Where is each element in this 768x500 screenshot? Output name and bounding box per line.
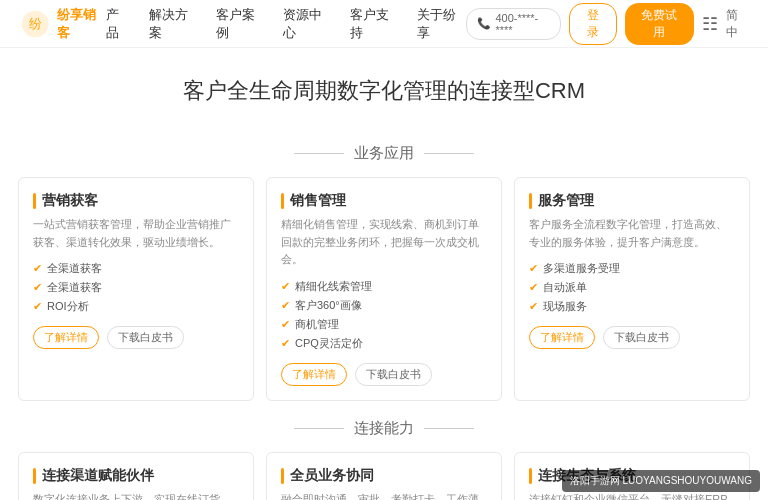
whitepaper-button[interactable]: 下载白皮书 (107, 326, 184, 349)
check-icon: ✔ (281, 299, 290, 312)
whitepaper-button[interactable]: 下载白皮书 (603, 326, 680, 349)
feature-text: 全渠道获客 (47, 261, 102, 276)
nav-item-support[interactable]: 客户支持 (350, 6, 399, 42)
navbar: 纷 纷享销客 产品 解决方案 客户案例 资源中心 客户支持 关于纷享 📞 400… (0, 0, 768, 48)
qr-icon[interactable]: ☷ (702, 13, 718, 35)
nav-item-product[interactable]: 产品 (106, 6, 131, 42)
feature-item: ✔ 商机管理 (281, 315, 487, 334)
nav-item-solution[interactable]: 解决方案 (149, 6, 198, 42)
detail-button[interactable]: 了解详情 (529, 326, 595, 349)
card-bar (281, 468, 284, 484)
check-icon: ✔ (33, 262, 42, 275)
check-icon: ✔ (281, 337, 290, 350)
svg-text:纷: 纷 (29, 15, 42, 30)
card-collaboration: 全员业务协同 融合即时沟通、审批、考勤打卡、工作薄等一站式办公管理，打造极致高效… (266, 452, 502, 500)
feature-item: ✔ 客户360°画像 (281, 296, 487, 315)
section-business-label: 业务应用 (354, 144, 414, 163)
nav-item-resources[interactable]: 资源中心 (283, 6, 332, 42)
card-sales: 销售管理 精细化销售管理，实现线索、商机到订单回款的完整业务闭环，把握每一次成交… (266, 177, 502, 401)
nav-right: 📞 400-****-**** 登录 免费试用 ☷ 简中 (466, 3, 748, 45)
nav-links: 产品 解决方案 客户案例 资源中心 客户支持 关于纷享 (106, 6, 466, 42)
card-features: ✔ 多渠道服务受理 ✔ 自动派单 ✔ 现场服务 (529, 259, 735, 316)
lang-text[interactable]: 简中 (726, 7, 748, 41)
card-channel: 连接渠道赋能伙伴 数字化连接业务上下游，实现在线订货、客户报备、销售预测等全流程… (18, 452, 254, 500)
connect-cards-grid: 连接渠道赋能伙伴 数字化连接业务上下游，实现在线订货、客户报备、销售预测等全流程… (0, 452, 768, 500)
nav-item-about[interactable]: 关于纷享 (417, 6, 466, 42)
card-header: 销售管理 (281, 192, 487, 210)
feature-text: 商机管理 (295, 317, 339, 332)
nav-item-cases[interactable]: 客户案例 (216, 6, 265, 42)
feature-text: 精细化线索管理 (295, 279, 372, 294)
card-header: 营销获客 (33, 192, 239, 210)
business-cards-grid: 营销获客 一站式营销获客管理，帮助企业营销推广获客、渠道转化效果，驱动业绩增长。… (0, 177, 768, 411)
card-service: 服务管理 客户服务全流程数字化管理，打造高效、专业的服务体验，提升客户满意度。 … (514, 177, 750, 401)
feature-item: ✔ 全渠道获客 (33, 278, 239, 297)
feature-item: ✔ 自动派单 (529, 278, 735, 297)
card-header: 服务管理 (529, 192, 735, 210)
logo-icon: 纷 (20, 8, 51, 40)
check-icon: ✔ (529, 262, 538, 275)
feature-item: ✔ 精细化线索管理 (281, 277, 487, 296)
card-features: ✔ 精细化线索管理 ✔ 客户360°画像 ✔ 商机管理 ✔ CPQ灵活定价 (281, 277, 487, 353)
feature-item: ✔ CPQ灵活定价 (281, 334, 487, 353)
feature-item: ✔ ROI分析 (33, 297, 239, 316)
check-icon: ✔ (529, 281, 538, 294)
card-bar (33, 193, 36, 209)
phone-icon: 📞 (477, 17, 491, 30)
feature-text: CPQ灵活定价 (295, 336, 363, 351)
card-ecosystem: 连接生态与系统 连接钉钉和企业微信平台，无缝对接ERP系统，构建内外部业务作数字… (514, 452, 750, 500)
card-header: 全员业务协同 (281, 467, 487, 485)
feature-item: ✔ 多渠道服务受理 (529, 259, 735, 278)
check-icon: ✔ (281, 318, 290, 331)
logo[interactable]: 纷 纷享销客 (20, 6, 106, 42)
card-marketing: 营销获客 一站式营销获客管理，帮助企业营销推广获客、渠道转化效果，驱动业绩增长。… (18, 177, 254, 401)
phone-number: 400-****-**** (495, 12, 549, 36)
feature-item: ✔ 现场服务 (529, 297, 735, 316)
card-header: 连接渠道赋能伙伴 (33, 467, 239, 485)
phone-button[interactable]: 📞 400-****-**** (466, 8, 560, 40)
feature-text: 全渠道获客 (47, 280, 102, 295)
logo-text: 纷享销客 (57, 6, 107, 42)
card-actions: 了解详情 下载白皮书 (529, 326, 735, 349)
card-desc: 融合即时沟通、审批、考勤打卡、工作薄等一站式办公管理，打造极致高效的在线协同作战… (281, 491, 487, 500)
login-button[interactable]: 登录 (569, 3, 617, 45)
card-title: 连接渠道赋能伙伴 (42, 467, 154, 485)
card-title: 服务管理 (538, 192, 594, 210)
feature-text: ROI分析 (47, 299, 89, 314)
check-icon: ✔ (33, 300, 42, 313)
feature-text: 自动派单 (543, 280, 587, 295)
card-bar (281, 193, 284, 209)
card-bar (529, 193, 532, 209)
card-title: 营销获客 (42, 192, 98, 210)
check-icon: ✔ (529, 300, 538, 313)
card-title: 全员业务协同 (290, 467, 374, 485)
section-connect-label: 连接能力 (354, 419, 414, 438)
card-bar (33, 468, 36, 484)
hero-title: 客户全生命周期数字化管理的连接型CRM (20, 76, 748, 106)
card-desc: 连接钉钉和企业微信平台，无缝对接ERP系统，构建内外部业务作数字化管理。 (529, 491, 735, 500)
section-connect-title: 连接能力 (0, 419, 768, 438)
feature-text: 现场服务 (543, 299, 587, 314)
card-title: 连接生态与系统 (538, 467, 636, 485)
check-icon: ✔ (33, 281, 42, 294)
card-desc: 数字化连接业务上下游，实现在线订货、客户报备、销售预测等全流程管理，与伙伴共创共… (33, 491, 239, 500)
card-desc: 一站式营销获客管理，帮助企业营销推广获客、渠道转化效果，驱动业绩增长。 (33, 216, 239, 251)
whitepaper-button[interactable]: 下载白皮书 (355, 363, 432, 386)
card-bar (529, 468, 532, 484)
detail-button[interactable]: 了解详情 (33, 326, 99, 349)
card-desc: 客户服务全流程数字化管理，打造高效、专业的服务体验，提升客户满意度。 (529, 216, 735, 251)
card-actions: 了解详情 下载白皮书 (33, 326, 239, 349)
check-icon: ✔ (281, 280, 290, 293)
card-desc: 精细化销售管理，实现线索、商机到订单回款的完整业务闭环，把握每一次成交机会。 (281, 216, 487, 269)
detail-button[interactable]: 了解详情 (281, 363, 347, 386)
card-title: 销售管理 (290, 192, 346, 210)
feature-text: 客户360°画像 (295, 298, 362, 313)
card-header: 连接生态与系统 (529, 467, 735, 485)
trial-button[interactable]: 免费试用 (625, 3, 694, 45)
feature-text: 多渠道服务受理 (543, 261, 620, 276)
section-business-title: 业务应用 (0, 144, 768, 163)
card-actions: 了解详情 下载白皮书 (281, 363, 487, 386)
card-features: ✔ 全渠道获客 ✔ 全渠道获客 ✔ ROI分析 (33, 259, 239, 316)
feature-item: ✔ 全渠道获客 (33, 259, 239, 278)
hero-section: 客户全生命周期数字化管理的连接型CRM (0, 48, 768, 138)
